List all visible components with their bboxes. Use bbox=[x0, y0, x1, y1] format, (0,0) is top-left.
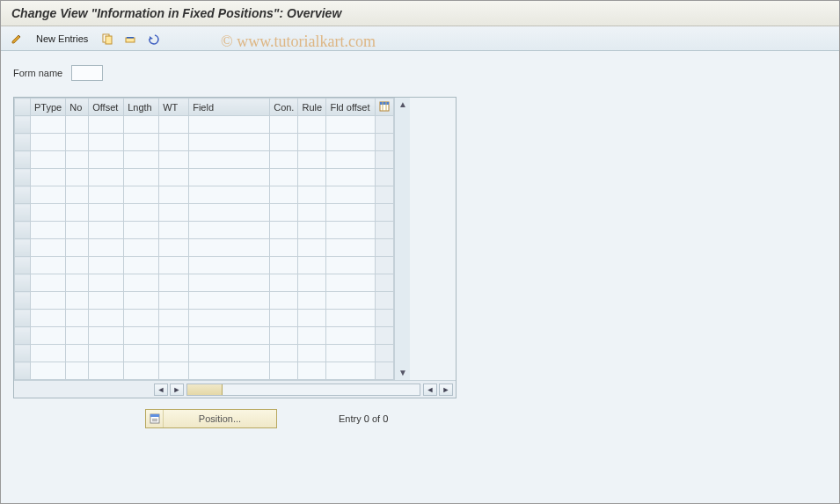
grid-cell[interactable] bbox=[89, 239, 124, 257]
grid-cell[interactable] bbox=[270, 327, 298, 345]
grid-cell[interactable] bbox=[66, 169, 89, 186]
column-header[interactable]: No bbox=[66, 99, 89, 116]
grid-cell[interactable] bbox=[189, 310, 270, 327]
grid-cell[interactable] bbox=[66, 257, 89, 274]
grid-cell[interactable] bbox=[326, 345, 376, 362]
grid-cell[interactable] bbox=[124, 222, 159, 239]
grid-cell[interactable] bbox=[298, 327, 326, 345]
grid-cell[interactable] bbox=[189, 116, 270, 134]
grid-cell[interactable] bbox=[66, 186, 89, 204]
new-entries-button[interactable]: New Entries bbox=[31, 32, 93, 46]
grid-cell[interactable] bbox=[298, 204, 326, 222]
grid-cell[interactable] bbox=[298, 257, 326, 274]
grid-cell[interactable] bbox=[298, 310, 326, 327]
row-selector[interactable] bbox=[15, 204, 31, 222]
grid-cell[interactable] bbox=[66, 151, 89, 169]
row-selector[interactable] bbox=[15, 222, 31, 239]
grid-cell[interactable] bbox=[159, 204, 189, 222]
grid-cell[interactable] bbox=[298, 134, 326, 151]
grid-cell[interactable] bbox=[326, 186, 376, 204]
copy-icon[interactable] bbox=[99, 30, 116, 47]
grid-cell[interactable] bbox=[189, 239, 270, 257]
grid-cell[interactable] bbox=[124, 134, 159, 151]
grid-cell[interactable] bbox=[124, 327, 159, 345]
grid-cell[interactable] bbox=[31, 362, 66, 380]
column-header[interactable]: Fld offset bbox=[326, 99, 376, 116]
grid-cell[interactable] bbox=[66, 274, 89, 292]
grid-cell[interactable] bbox=[159, 345, 189, 362]
grid-cell[interactable] bbox=[31, 274, 66, 292]
grid-cell[interactable] bbox=[298, 169, 326, 186]
grid-cell[interactable] bbox=[270, 222, 298, 239]
grid-cell[interactable] bbox=[189, 327, 270, 345]
row-selector[interactable] bbox=[15, 345, 31, 362]
grid-cell[interactable] bbox=[89, 204, 124, 222]
grid-cell[interactable] bbox=[124, 186, 159, 204]
scroll-up-icon[interactable]: ▲ bbox=[398, 99, 407, 110]
scroll-down-icon[interactable]: ▼ bbox=[398, 368, 407, 378]
grid-cell[interactable] bbox=[89, 151, 124, 169]
row-selector[interactable] bbox=[15, 310, 31, 327]
grid-cell[interactable] bbox=[326, 292, 376, 310]
grid-cell[interactable] bbox=[298, 274, 326, 292]
column-header[interactable]: WT bbox=[159, 99, 189, 116]
grid-cell[interactable] bbox=[89, 169, 124, 186]
grid-cell[interactable] bbox=[89, 274, 124, 292]
grid-cell[interactable] bbox=[298, 292, 326, 310]
row-selector[interactable] bbox=[15, 327, 31, 345]
row-selector[interactable] bbox=[15, 116, 31, 134]
grid-cell[interactable] bbox=[159, 257, 189, 274]
grid-cell[interactable] bbox=[31, 116, 66, 134]
grid-cell[interactable] bbox=[270, 362, 298, 380]
grid-cell[interactable] bbox=[326, 327, 376, 345]
grid-cell[interactable] bbox=[31, 204, 66, 222]
grid-cell[interactable] bbox=[124, 362, 159, 380]
select-all-cell[interactable] bbox=[15, 99, 31, 116]
grid-cell[interactable] bbox=[298, 345, 326, 362]
grid-cell[interactable] bbox=[326, 151, 376, 169]
grid-cell[interactable] bbox=[189, 151, 270, 169]
grid-cell[interactable] bbox=[189, 362, 270, 380]
grid-cell[interactable] bbox=[189, 222, 270, 239]
row-selector[interactable] bbox=[15, 362, 31, 380]
grid-cell[interactable] bbox=[189, 345, 270, 362]
grid-cell[interactable] bbox=[89, 257, 124, 274]
grid-cell[interactable] bbox=[298, 222, 326, 239]
grid-cell[interactable] bbox=[89, 116, 124, 134]
grid-cell[interactable] bbox=[31, 169, 66, 186]
grid-cell[interactable] bbox=[270, 257, 298, 274]
grid-cell[interactable] bbox=[270, 292, 298, 310]
grid-cell[interactable] bbox=[270, 239, 298, 257]
grid-cell[interactable] bbox=[31, 257, 66, 274]
grid-cell[interactable] bbox=[270, 169, 298, 186]
grid-cell[interactable] bbox=[270, 134, 298, 151]
grid-cell[interactable] bbox=[124, 257, 159, 274]
grid-cell[interactable] bbox=[66, 134, 89, 151]
grid-cell[interactable] bbox=[66, 239, 89, 257]
grid-cell[interactable] bbox=[326, 362, 376, 380]
grid-cell[interactable] bbox=[89, 292, 124, 310]
grid-cell[interactable] bbox=[124, 204, 159, 222]
grid-cell[interactable] bbox=[270, 116, 298, 134]
grid-cell[interactable] bbox=[298, 151, 326, 169]
hscroll-track[interactable] bbox=[186, 383, 420, 396]
grid-cell[interactable] bbox=[31, 239, 66, 257]
grid-cell[interactable] bbox=[159, 169, 189, 186]
grid-cell[interactable] bbox=[270, 204, 298, 222]
grid-cell[interactable] bbox=[89, 134, 124, 151]
grid-cell[interactable] bbox=[189, 257, 270, 274]
grid-cell[interactable] bbox=[189, 134, 270, 151]
grid-cell[interactable] bbox=[159, 239, 189, 257]
grid-cell[interactable] bbox=[89, 362, 124, 380]
scroll-left-icon[interactable]: ◄ bbox=[154, 383, 168, 396]
grid-cell[interactable] bbox=[31, 222, 66, 239]
grid-cell[interactable] bbox=[189, 169, 270, 186]
grid-cell[interactable] bbox=[89, 327, 124, 345]
grid-cell[interactable] bbox=[124, 292, 159, 310]
grid-cell[interactable] bbox=[189, 204, 270, 222]
delete-icon[interactable] bbox=[121, 30, 139, 47]
grid-cell[interactable] bbox=[66, 116, 89, 134]
grid-cell[interactable] bbox=[124, 345, 159, 362]
grid-cell[interactable] bbox=[66, 310, 89, 327]
grid-cell[interactable] bbox=[159, 134, 189, 151]
